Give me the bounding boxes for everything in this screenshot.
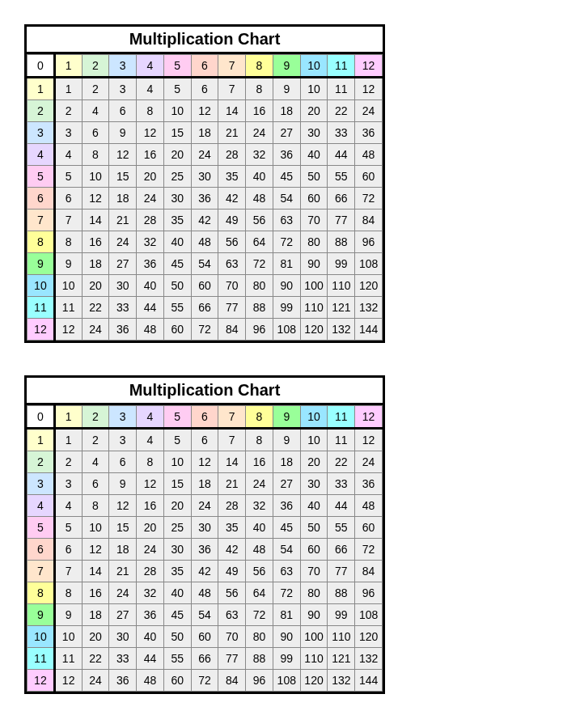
cell: 88 <box>246 648 273 670</box>
multiplication-table: 0123456789101112112345678910111222468101… <box>27 54 383 341</box>
cell: 108 <box>273 670 300 692</box>
cell: 60 <box>355 166 383 188</box>
cell: 45 <box>163 604 191 626</box>
cell: 88 <box>328 582 355 604</box>
col-header: 1 <box>54 406 82 429</box>
cell: 36 <box>109 319 137 341</box>
cell: 48 <box>246 188 273 210</box>
col-header: 8 <box>246 406 273 429</box>
cell: 30 <box>109 626 137 648</box>
row-header: 10 <box>28 626 55 648</box>
cell: 48 <box>191 582 218 604</box>
cell: 24 <box>109 231 137 253</box>
col-header: 6 <box>191 55 218 78</box>
cell: 24 <box>355 100 383 122</box>
cell: 18 <box>191 122 218 144</box>
cell: 6 <box>82 122 109 144</box>
row-header: 8 <box>28 231 55 253</box>
cell: 33 <box>328 122 355 144</box>
cell: 5 <box>54 517 82 539</box>
col-header: 3 <box>109 55 137 78</box>
cell: 10 <box>300 78 328 100</box>
corner-zero: 0 <box>28 55 55 78</box>
cell: 63 <box>218 253 246 275</box>
cell: 12 <box>82 539 109 561</box>
row-header: 3 <box>28 473 55 495</box>
cell: 84 <box>355 210 383 231</box>
cell: 81 <box>273 253 300 275</box>
cell: 12 <box>54 319 82 341</box>
cell: 8 <box>82 144 109 166</box>
cell: 80 <box>300 582 328 604</box>
cell: 10 <box>163 100 191 122</box>
cell: 10 <box>163 451 191 473</box>
cell: 72 <box>273 582 300 604</box>
cell: 5 <box>54 166 82 188</box>
cell: 49 <box>218 561 246 582</box>
row-header: 6 <box>28 188 55 210</box>
cell: 30 <box>300 122 328 144</box>
cell: 24 <box>191 144 218 166</box>
cell: 4 <box>82 100 109 122</box>
cell: 36 <box>191 539 218 561</box>
cell: 8 <box>82 495 109 517</box>
cell: 24 <box>109 582 137 604</box>
cell: 60 <box>191 626 218 648</box>
cell: 66 <box>328 539 355 561</box>
cell: 48 <box>246 539 273 561</box>
cell: 84 <box>218 319 246 341</box>
cell: 66 <box>191 297 218 319</box>
cell: 132 <box>328 670 355 692</box>
cell: 8 <box>246 429 273 451</box>
cell: 32 <box>137 582 164 604</box>
cell: 16 <box>246 100 273 122</box>
cell: 12 <box>355 78 383 100</box>
cell: 7 <box>218 78 246 100</box>
cell: 15 <box>109 517 137 539</box>
col-header: 1 <box>54 55 82 78</box>
cell: 20 <box>137 166 164 188</box>
cell: 55 <box>328 166 355 188</box>
cell: 11 <box>328 78 355 100</box>
cell: 3 <box>54 473 82 495</box>
cell: 6 <box>54 539 82 561</box>
cell: 14 <box>218 100 246 122</box>
cell: 3 <box>109 78 137 100</box>
cell: 110 <box>300 297 328 319</box>
cell: 1 <box>54 78 82 100</box>
col-header: 2 <box>82 406 109 429</box>
cell: 45 <box>163 253 191 275</box>
col-header: 10 <box>300 406 328 429</box>
cell: 8 <box>246 78 273 100</box>
cell: 66 <box>191 648 218 670</box>
row-header: 12 <box>28 319 55 341</box>
cell: 12 <box>109 144 137 166</box>
cell: 144 <box>355 319 383 341</box>
cell: 22 <box>82 648 109 670</box>
cell: 108 <box>355 604 383 626</box>
col-header: 12 <box>355 55 383 78</box>
cell: 16 <box>137 144 164 166</box>
cell: 36 <box>273 144 300 166</box>
cell: 72 <box>355 188 383 210</box>
cell: 14 <box>218 451 246 473</box>
cell: 5 <box>163 78 191 100</box>
col-header: 3 <box>109 406 137 429</box>
cell: 66 <box>328 188 355 210</box>
cell: 60 <box>163 670 191 692</box>
col-header: 4 <box>137 55 164 78</box>
cell: 27 <box>273 473 300 495</box>
cell: 16 <box>82 231 109 253</box>
cell: 18 <box>82 604 109 626</box>
row-header: 1 <box>28 78 55 100</box>
cell: 18 <box>109 188 137 210</box>
cell: 30 <box>109 275 137 297</box>
col-header: 10 <box>300 55 328 78</box>
multiplication-chart: Multiplication Chart01234567891011121123… <box>24 375 385 694</box>
cell: 9 <box>273 429 300 451</box>
col-header: 9 <box>273 406 300 429</box>
cell: 72 <box>273 231 300 253</box>
cell: 15 <box>163 473 191 495</box>
cell: 80 <box>300 231 328 253</box>
cell: 63 <box>273 210 300 231</box>
